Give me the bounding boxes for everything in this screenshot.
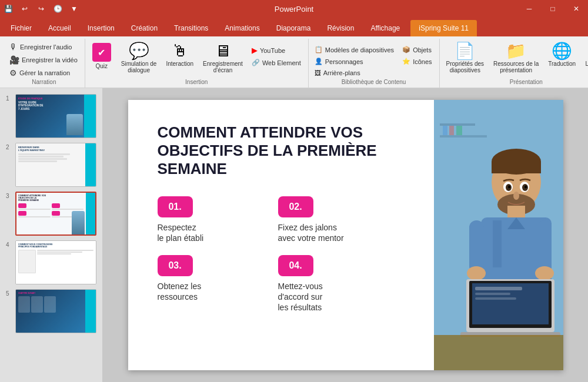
btn-ressources[interactable]: 📁 Ressources de laprésentation	[490, 41, 542, 75]
main-area: 1 ÉTUDE DE PRATIQUE VOTRE GUIDED'INTÉGRA…	[0, 88, 588, 382]
timer-quick-btn[interactable]: 🕒	[49, 0, 66, 18]
ribbon-group-narration: 🎙 Enregistrer l'audio 🎥 Enregistrer la v…	[4, 39, 85, 88]
slide-thumbnail-4[interactable]: 4 COMMENT NOUS CONSTRUISONSPRINCIPES FON…	[5, 239, 98, 286]
slide-item-4: 04. Mettez-vousd'accord surles résultats	[278, 255, 381, 313]
btn-lecteur[interactable]: ▶ Lecteur	[582, 41, 588, 69]
ribbon-group-presentation: 📄 Propriétés desdiapositives 📁 Ressource…	[440, 39, 588, 88]
slide-item-3: 03. Obtenez lesressources	[158, 255, 260, 313]
bibliotheque-label: Bibliothèque de Contenu	[342, 79, 406, 85]
quiz-icon: ✔	[92, 43, 111, 62]
slide-text-content: COMMENT ATTEINDRE VOS OBJECTIFS DE LA PR…	[128, 100, 563, 370]
tab-fichier[interactable]: Fichier	[2, 20, 40, 36]
btn-simulation-dialogue[interactable]: 💬 Simulation dedialogue	[118, 41, 160, 75]
btn-enregistrer-video[interactable]: 🎥 Enregistrer la vidéo	[7, 54, 80, 66]
btn-gerer-narration[interactable]: ⚙ Gérer la narration	[7, 67, 72, 79]
presentation-label: Présentation	[510, 79, 543, 85]
ribbon-group-bibliotheque: 📋 Modèles de diapositives 👤 Personnages …	[309, 39, 440, 88]
slide-panel: 1 ÉTUDE DE PRATIQUE VOTRE GUIDED'INTÉGRA…	[0, 88, 103, 382]
youtube-icon: ▶	[252, 46, 258, 55]
screen-icon: 🖥	[215, 43, 231, 59]
btn-interaction[interactable]: 🖱 Interaction	[163, 41, 196, 69]
tab-affichage[interactable]: Affichage	[362, 20, 408, 36]
dialogue-icon: 💬	[129, 43, 149, 59]
item-text-2: Fixez des jalonsavec votre mentor	[278, 222, 381, 243]
audio-icon: 🎙	[9, 42, 18, 52]
save-quick-btn[interactable]: 💾	[0, 0, 16, 18]
badge-2: 02.	[278, 196, 313, 217]
slide-title: COMMENT ATTEINDRE VOS OBJECTIFS DE LA PR…	[158, 123, 381, 179]
icons-icon: ⭐	[402, 58, 410, 65]
gear-icon: ⚙	[9, 68, 17, 78]
item-text-3: Obtenez lesressources	[158, 281, 260, 302]
btn-proprietes[interactable]: 📄 Propriétés desdiapositives	[443, 41, 487, 75]
minimize-btn[interactable]: ─	[517, 0, 541, 18]
content-col2: 📦 Objets ⭐ Icônes	[400, 41, 434, 77]
insertion-label: Insertion	[185, 79, 208, 85]
ribbon-tabs: Fichier Accueil Insertion Création Trans…	[0, 18, 588, 36]
properties-icon: 📄	[455, 43, 475, 59]
btn-objets[interactable]: 📦 Objets	[400, 45, 434, 55]
slide-item-1: 01. Respectezle plan établi	[158, 196, 260, 243]
more-quick-btn[interactable]: ▼	[66, 0, 82, 18]
btn-traduction[interactable]: 🌐 Traduction	[545, 41, 579, 69]
tab-diaporama[interactable]: Diaporama	[268, 20, 319, 36]
tab-revision[interactable]: Révision	[319, 20, 362, 36]
close-btn[interactable]: ✕	[564, 0, 588, 18]
redo-quick-btn[interactable]: ↪	[33, 0, 49, 18]
slide-thumbnail-5[interactable]: 5 CHAPITRE SUIVANT	[5, 288, 98, 334]
undo-quick-btn[interactable]: ↩	[16, 0, 33, 18]
btn-icones[interactable]: ⭐ Icônes	[400, 56, 434, 66]
tab-creation[interactable]: Création	[123, 20, 166, 36]
ribbon: 🎙 Enregistrer l'audio 🎥 Enregistrer la v…	[0, 36, 588, 88]
btn-enregistrer-audio[interactable]: 🎙 Enregistrer l'audio	[7, 41, 74, 53]
translation-icon: 🌐	[552, 43, 572, 59]
web-icon: 🔗	[252, 59, 260, 66]
quick-access-toolbar: 💾 ↩ ↪ 🕒 ▼	[0, 0, 82, 18]
resources-icon: 📁	[506, 43, 526, 59]
window-controls: ─ □ ✕	[517, 0, 588, 18]
slide-grid: 01. Respectezle plan établi 02. Fixez de…	[158, 196, 381, 313]
tab-insertion[interactable]: Insertion	[79, 20, 123, 36]
narration-label: Narration	[32, 79, 56, 85]
slide-thumbnail-3[interactable]: 3 COMMENT ATTEINDRE VOSOBJECTIFS DE LAPR…	[5, 190, 98, 237]
btn-youtube[interactable]: ▶ YouTube	[249, 45, 303, 56]
ribbon-group-insertion: ✔ Quiz 💬 Simulation dedialogue 🖱 Interac…	[85, 39, 309, 88]
tab-accueil[interactable]: Accueil	[40, 20, 79, 36]
slide-thumbnail-2[interactable]: 2 BIENVENUE DANSL'ÉQUIPE MARKETING!	[5, 142, 98, 188]
objects-icon: 📦	[402, 46, 410, 53]
slide-item-2: 02. Fixez des jalonsavec votre mentor	[278, 196, 381, 243]
slide-canvas[interactable]: COMMENT ATTEINDRE VOS OBJECTIFS DE LA PR…	[128, 100, 563, 370]
btn-personnages[interactable]: 👤 Personnages	[312, 56, 396, 66]
maximize-btn[interactable]: □	[541, 0, 564, 18]
web-tools-col: ▶ YouTube 🔗 Web Element	[249, 41, 303, 78]
item-text-4: Mettez-vousd'accord surles résultats	[278, 281, 381, 313]
btn-arriere-plans[interactable]: 🖼 Arrière-plans	[312, 68, 396, 78]
title-bar: 💾 ↩ ↪ 🕒 ▼ PowerPoint ─ □ ✕	[0, 0, 588, 18]
badge-1: 01.	[158, 196, 193, 217]
tab-transitions[interactable]: Transitions	[166, 20, 216, 36]
item-text-1: Respectezle plan établi	[158, 222, 260, 243]
video-icon: 🎥	[9, 55, 19, 65]
badge-3: 03.	[158, 255, 193, 276]
btn-enregistrement-ecran[interactable]: 🖥 Enregistrementd'écran	[200, 41, 246, 75]
interaction-icon: 🖱	[172, 43, 188, 59]
btn-quiz[interactable]: ✔ Quiz	[89, 41, 115, 71]
backgrounds-icon: 🖼	[315, 69, 321, 76]
tab-ispring[interactable]: iSpring Suite 11	[410, 20, 477, 36]
modeles-icon: 📋	[315, 46, 323, 53]
app-title: PowerPoint	[275, 5, 313, 14]
btn-web-element[interactable]: 🔗 Web Element	[249, 58, 303, 68]
tab-animations[interactable]: Animations	[216, 20, 268, 36]
personnages-icon: 👤	[315, 58, 323, 65]
slide-thumbnail-1[interactable]: 1 ÉTUDE DE PRATIQUE VOTRE GUIDED'INTÉGRA…	[5, 93, 98, 139]
canvas-area: COMMENT ATTEINDRE VOS OBJECTIFS DE LA PR…	[103, 88, 588, 382]
btn-modeles[interactable]: 📋 Modèles de diapositives	[312, 45, 396, 55]
badge-4: 04.	[278, 255, 313, 276]
